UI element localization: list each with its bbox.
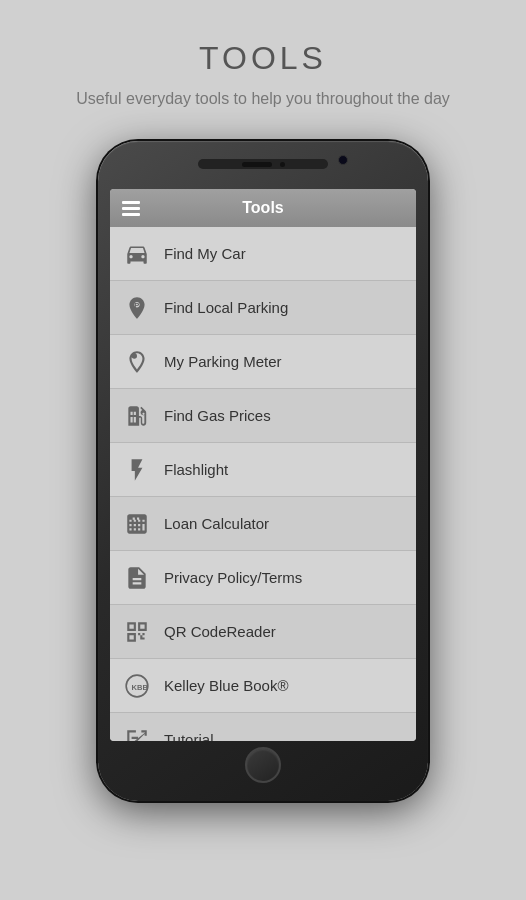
menu-label-kelley-blue-book: Kelley Blue Book®	[164, 677, 288, 694]
menu-item-privacy-policy[interactable]: Privacy Policy/Terms	[110, 551, 416, 605]
menu-label-flashlight: Flashlight	[164, 461, 228, 478]
phone-device: Tools Find My Car P	[98, 141, 428, 801]
car-icon	[122, 239, 152, 269]
parking-icon: P	[122, 293, 152, 323]
menu-item-loan-calculator[interactable]: Loan Calculator	[110, 497, 416, 551]
menu-item-my-parking-meter[interactable]: My Parking Meter	[110, 335, 416, 389]
kbb-icon: KBB	[122, 671, 152, 701]
menu-item-qr-codereader[interactable]: QR CodeReader	[110, 605, 416, 659]
calculator-icon	[122, 509, 152, 539]
tutorial-icon	[122, 725, 152, 742]
menu-label-qr-codereader: QR CodeReader	[164, 623, 276, 640]
screen-title: Tools	[150, 199, 404, 217]
phone-body: Tools Find My Car P	[98, 141, 428, 801]
menu-label-privacy-policy: Privacy Policy/Terms	[164, 569, 302, 586]
screen-header: Tools	[110, 189, 416, 227]
gas-icon	[122, 401, 152, 431]
menu-icon[interactable]	[122, 201, 140, 216]
svg-text:P: P	[134, 301, 139, 310]
menu-item-tutorial[interactable]: Tutorial	[110, 713, 416, 741]
menu-label-tutorial: Tutorial	[164, 731, 213, 741]
tools-menu-list: Find My Car P Find Local Parking	[110, 227, 416, 741]
speaker-dot	[280, 162, 285, 167]
menu-label-loan-calculator: Loan Calculator	[164, 515, 269, 532]
camera-lens	[338, 155, 348, 165]
page-header: TOOLS Useful everyday tools to help you …	[56, 0, 470, 131]
page-title: TOOLS	[76, 40, 450, 77]
home-button[interactable]	[245, 747, 281, 783]
phone-screen: Tools Find My Car P	[110, 189, 416, 741]
qr-icon	[122, 617, 152, 647]
page-subtitle: Useful everyday tools to help you throug…	[76, 87, 450, 111]
menu-label-my-parking-meter: My Parking Meter	[164, 353, 282, 370]
menu-item-flashlight[interactable]: Flashlight	[110, 443, 416, 497]
meter-icon	[122, 347, 152, 377]
flashlight-icon	[122, 455, 152, 485]
phone-top-bar	[198, 159, 328, 169]
menu-item-kelley-blue-book[interactable]: KBB Kelley Blue Book®	[110, 659, 416, 713]
menu-item-find-local-parking[interactable]: P Find Local Parking	[110, 281, 416, 335]
menu-item-find-gas-prices[interactable]: Find Gas Prices	[110, 389, 416, 443]
document-icon	[122, 563, 152, 593]
svg-text:KBB: KBB	[132, 683, 149, 692]
menu-label-find-my-car: Find My Car	[164, 245, 246, 262]
menu-label-find-gas-prices: Find Gas Prices	[164, 407, 271, 424]
speaker	[242, 162, 272, 167]
menu-label-find-local-parking: Find Local Parking	[164, 299, 288, 316]
menu-item-find-my-car[interactable]: Find My Car	[110, 227, 416, 281]
